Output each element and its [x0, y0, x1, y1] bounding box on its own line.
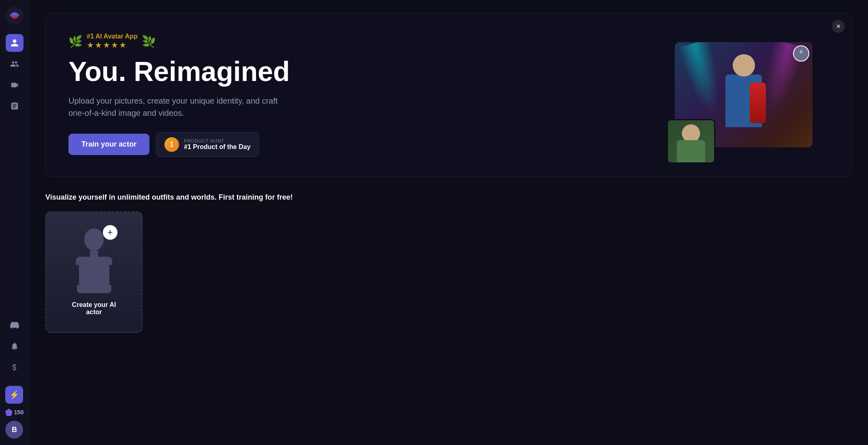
producthunt-medal: 1	[164, 137, 179, 152]
guitarist-head	[733, 54, 755, 77]
hero-avatar-small	[793, 45, 809, 62]
close-button[interactable]: ×	[832, 20, 845, 33]
sidebar-item-clipboard[interactable]	[6, 97, 23, 115]
sidebar: ⚡ 150 B	[0, 0, 29, 445]
app-logo[interactable]	[6, 6, 23, 24]
main-content: 🌿 #1 AI Avatar App ★★★★★ 🌿 You. Reimagin…	[29, 0, 868, 445]
mannequin-hips	[77, 285, 111, 293]
plus-icon: +	[103, 225, 117, 240]
gem-icon	[5, 409, 13, 416]
producthunt-award: #1 Product of the Day	[184, 143, 250, 151]
mannequin-head	[84, 228, 104, 251]
upgrade-button[interactable]: ⚡	[5, 386, 23, 404]
sidebar-item-dollar[interactable]	[6, 358, 23, 376]
producthunt-text: PRODUCT HUNT #1 Product of the Day	[184, 138, 250, 151]
producthunt-badge[interactable]: 1 PRODUCT HUNT #1 Product of the Day	[156, 132, 259, 157]
hero-subtitle: Upload your pictures, create your unique…	[68, 95, 290, 119]
credits-display: 150	[5, 409, 23, 416]
guitarist-torso	[725, 75, 762, 127]
mannequin-neck	[90, 251, 98, 257]
sidebar-item-discord[interactable]	[6, 316, 23, 334]
actors-grid: + Create your AI actor	[45, 211, 852, 333]
lightning-icon: ⚡	[9, 390, 19, 400]
hero-actions: Train your actor 1 PRODUCT HUNT #1 Produ…	[68, 132, 290, 157]
create-actor-label: Create your AI actor	[72, 301, 116, 316]
mannequin-wrapper: +	[74, 228, 114, 293]
hero-thumbnail-person	[667, 119, 715, 164]
award-row: 🌿 #1 AI Avatar App ★★★★★ 🌿	[68, 33, 290, 50]
guitarist-figure	[711, 54, 776, 147]
mannequin-torso	[79, 265, 109, 285]
laurel-right-icon: 🌿	[142, 35, 156, 48]
user-avatar[interactable]: B	[5, 421, 23, 439]
sidebar-item-users[interactable]	[6, 55, 23, 73]
thumb-person-body	[677, 140, 705, 162]
producthunt-label: PRODUCT HUNT	[184, 138, 250, 143]
mannequin-shoulders	[76, 257, 112, 265]
sidebar-item-bell[interactable]	[6, 337, 23, 355]
hero-text-content: 🌿 #1 AI Avatar App ★★★★★ 🌿 You. Reimagin…	[68, 33, 290, 157]
sidebar-item-video[interactable]	[6, 76, 23, 94]
hero-title: You. Reimagined	[68, 56, 290, 87]
credits-count: 150	[14, 409, 23, 415]
laurel-left-icon: 🌿	[68, 35, 83, 48]
sidebar-item-actor[interactable]	[6, 34, 23, 52]
create-actor-card[interactable]: + Create your AI actor	[45, 211, 143, 333]
star-rating: ★★★★★	[87, 40, 138, 50]
guitarist-guitar	[750, 83, 766, 123]
actors-section-label: Visualize yourself in unlimited outfits …	[45, 193, 852, 202]
train-actor-button[interactable]: Train your actor	[68, 134, 149, 155]
hero-image-area	[675, 42, 829, 147]
hero-banner: 🌿 #1 AI Avatar App ★★★★★ 🌿 You. Reimagin…	[45, 13, 852, 177]
award-label: #1 AI Avatar App	[87, 33, 138, 40]
